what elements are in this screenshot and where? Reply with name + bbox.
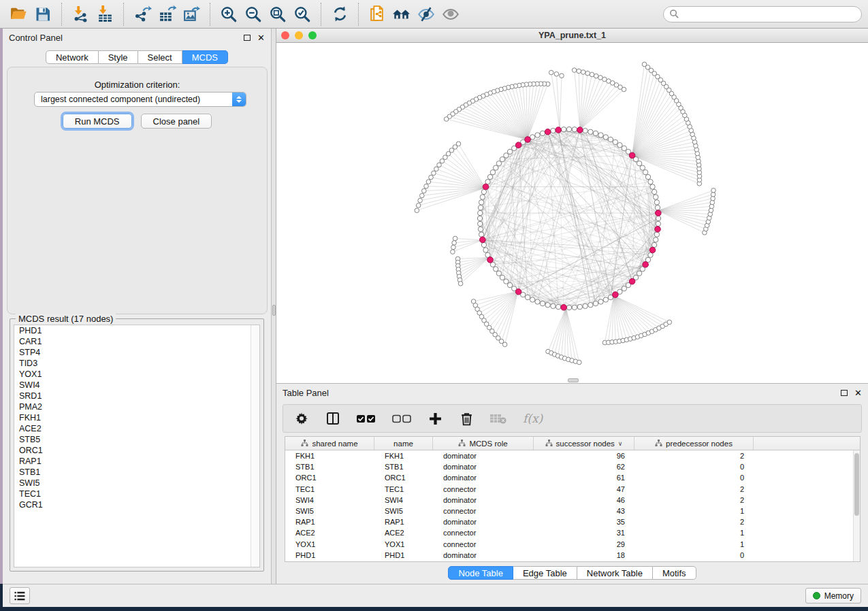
column-header-successor-nodes[interactable]: successor nodes∨: [534, 437, 634, 450]
table-row[interactable]: STB1STB1dominator620: [285, 461, 860, 472]
table-row[interactable]: TEC1TEC1connector472: [285, 484, 860, 495]
cell-successor-nodes: 31: [534, 527, 634, 538]
export-image-button[interactable]: [179, 3, 204, 25]
column-header-name[interactable]: name: [374, 437, 433, 450]
search-field[interactable]: [663, 6, 862, 22]
tab-network-table[interactable]: Network Table: [577, 566, 653, 580]
search-icon: [669, 9, 679, 19]
table-row[interactable]: ACE2ACE2connector311: [285, 527, 860, 538]
cell-predecessor-nodes: 1: [634, 539, 754, 550]
delete-table-button[interactable]: [490, 413, 507, 424]
table-row[interactable]: SWI5SWI5connector431: [285, 506, 860, 516]
export-network-icon: [133, 5, 152, 23]
tab-edge-table[interactable]: Edge Table: [513, 566, 577, 580]
show-columns-button[interactable]: [325, 412, 340, 425]
float-table-panel-icon[interactable]: [841, 390, 848, 396]
table-settings-button[interactable]: [294, 412, 309, 425]
zoom-in-icon: [219, 5, 238, 24]
tab-node-table[interactable]: Node Table: [448, 566, 513, 580]
table-scrollbar[interactable]: [853, 450, 860, 561]
zoom-in-button[interactable]: [216, 3, 241, 25]
delete-table-icon: [490, 413, 507, 424]
cell-predecessor-nodes: 1: [634, 527, 754, 538]
create-column-button[interactable]: [428, 412, 443, 425]
vertical-splitter[interactable]: [272, 29, 276, 584]
table-row[interactable]: RAP1RAP1dominator352: [285, 516, 860, 527]
mcds-result-item[interactable]: GCR1: [14, 499, 259, 510]
export-network-button[interactable]: [130, 3, 155, 25]
mcds-result-item[interactable]: SRD1: [14, 391, 259, 401]
horizontal-splitter-handle[interactable]: [568, 378, 579, 382]
tab-select[interactable]: Select: [138, 50, 182, 64]
float-window-icon[interactable]: [244, 35, 251, 41]
mcds-result-item[interactable]: STP4: [14, 347, 259, 358]
close-table-panel-icon[interactable]: ✕: [854, 389, 862, 397]
function-builder-button[interactable]: f(x): [523, 412, 543, 425]
import-network-button[interactable]: [68, 3, 93, 25]
mcds-result-item[interactable]: TEC1: [14, 489, 259, 499]
tab-network[interactable]: Network: [46, 50, 99, 64]
close-panel-icon[interactable]: ✕: [257, 33, 265, 42]
table-scrollbar-thumb[interactable]: [854, 453, 859, 516]
criterion-dropdown[interactable]: largest connected component (undirected): [34, 92, 246, 107]
cell-MCDS-role: dominator: [433, 472, 534, 483]
mcds-result-item[interactable]: YOX1: [14, 369, 259, 380]
new-network-from-selection-button[interactable]: [365, 3, 389, 25]
delete-column-button[interactable]: [459, 412, 474, 426]
mcds-result-item[interactable]: SWI4: [14, 380, 259, 391]
list-scrollbar[interactable]: [251, 325, 259, 567]
refresh-layout-button[interactable]: [327, 3, 352, 25]
zoom-selected-button[interactable]: [290, 3, 315, 25]
mcds-result-item[interactable]: SWI5: [14, 478, 259, 489]
tab-mcds[interactable]: MCDS: [182, 50, 228, 64]
table-row[interactable]: ORC1ORC1dominator610: [285, 472, 860, 483]
select-all-button[interactable]: [357, 414, 376, 423]
save-session-button[interactable]: [31, 3, 55, 25]
hide-selected-button[interactable]: [414, 3, 438, 25]
mcds-result-item[interactable]: ACE2: [14, 423, 259, 434]
mcds-result-item[interactable]: ORC1: [14, 445, 259, 456]
column-header-MCDS-role[interactable]: MCDS role: [433, 437, 534, 450]
column-header-predecessor-nodes[interactable]: predecessor nodes: [634, 437, 754, 450]
cell-shared-name: STB1: [285, 461, 374, 472]
cell-MCDS-role: connector: [433, 484, 534, 495]
cell-MCDS-role: connector: [433, 527, 534, 538]
table-row[interactable]: PHD1PHD1dominator180: [285, 550, 860, 561]
search-input[interactable]: [679, 10, 856, 19]
memory-button[interactable]: Memory: [805, 588, 861, 604]
deselect-all-button[interactable]: [392, 414, 411, 423]
main-toolbar: [0, 0, 868, 29]
houses-icon: [391, 5, 412, 23]
table-row[interactable]: FKH1FKH1dominator962: [285, 450, 860, 461]
mcds-result-item[interactable]: CAR1: [14, 336, 259, 347]
cell-predecessor-nodes: 0: [634, 472, 754, 483]
first-neighbors-button[interactable]: [389, 3, 414, 25]
import-table-button[interactable]: [93, 3, 117, 25]
run-mcds-button[interactable]: Run MCDS: [63, 114, 132, 129]
mcds-result-item[interactable]: STB5: [14, 434, 259, 445]
task-history-button[interactable]: [10, 587, 30, 604]
export-table-button[interactable]: [155, 3, 179, 25]
network-canvas[interactable]: [276, 43, 868, 383]
mcds-result-item[interactable]: STB1: [14, 467, 259, 478]
status-bar: Memory: [3, 584, 868, 607]
show-all-button[interactable]: [438, 3, 463, 25]
zoom-out-button[interactable]: [241, 3, 266, 25]
table-row[interactable]: SWI4SWI4dominator462: [285, 495, 860, 506]
open-session-button[interactable]: [6, 3, 31, 25]
mcds-result-item[interactable]: TID3: [14, 358, 259, 369]
mcds-result-item[interactable]: PMA2: [14, 401, 259, 412]
tab-motifs[interactable]: Motifs: [653, 566, 696, 580]
mcds-result-item[interactable]: FKH1: [14, 412, 259, 423]
mcds-result-item[interactable]: PHD1: [14, 325, 259, 336]
table-row[interactable]: YOX1YOX1connector291: [285, 539, 860, 550]
zoom-fit-button[interactable]: [266, 3, 290, 25]
mcds-result-list[interactable]: PHD1CAR1STP4TID3YOX1SWI4SRD1PMA2FKH1ACE2…: [14, 325, 260, 567]
control-panel-title: Control Panel: [9, 33, 63, 43]
tab-style[interactable]: Style: [99, 50, 138, 64]
cell-predecessor-nodes: 2: [634, 484, 754, 495]
mcds-result-item[interactable]: RAP1: [14, 456, 259, 467]
close-panel-button[interactable]: Close panel: [141, 114, 212, 129]
column-header-shared-name[interactable]: shared name: [285, 437, 374, 450]
splitter-handle[interactable]: [272, 305, 276, 316]
